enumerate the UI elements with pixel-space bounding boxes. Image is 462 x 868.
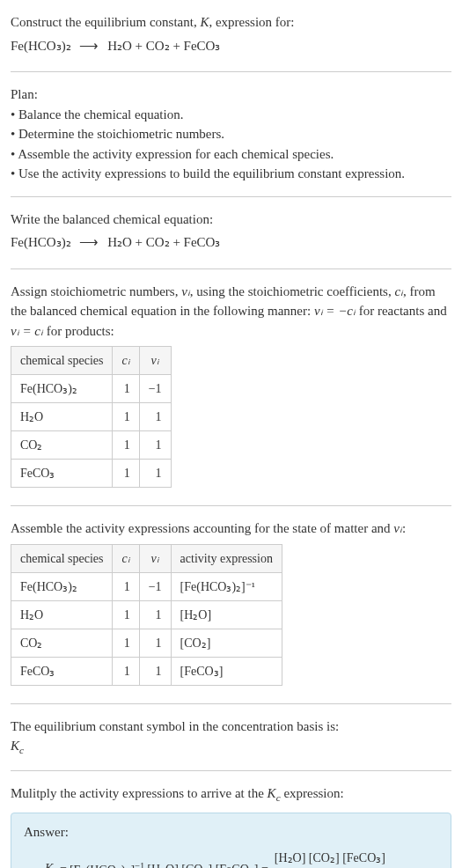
balanced-equation: Fe(HCO₃)₂ ⟶ H₂O + CO₂ + FeCO₃	[11, 232, 451, 253]
cell-nu: 1	[139, 403, 171, 431]
cell-c: 1	[113, 403, 139, 431]
cell-expr: [Fe(HCO₃)₂]⁻¹	[171, 572, 282, 600]
intro-K: K	[200, 15, 209, 29]
kc-K: K	[268, 786, 276, 800]
cell-species: CO₂	[11, 629, 113, 657]
term1: [Fe(HCO₃)₂]−1	[70, 859, 144, 868]
divider	[11, 505, 451, 506]
cell-expr: [FeCO₃]	[171, 657, 282, 685]
cell-species: Fe(HCO₃)₂	[11, 375, 113, 403]
cell-c: 1	[113, 431, 139, 460]
table-row: CO₂ 1 1 [CO₂]	[11, 629, 282, 657]
nu-i: νᵢ	[393, 521, 402, 535]
multiply-post: expression:	[281, 786, 344, 800]
stoich-mid1: , using the stoichiometric coefficients,	[190, 284, 395, 298]
activity-section: Assemble the activity expressions accoun…	[11, 513, 451, 696]
cell-nu: 1	[139, 657, 171, 685]
answer-box: Answer: Kc = [Fe(HCO₃)₂]−1 [H₂O] [CO₂] […	[11, 813, 451, 868]
cell-c: 1	[113, 600, 139, 629]
divider	[11, 71, 451, 72]
cell-species: Fe(HCO₃)₂	[11, 572, 113, 600]
multiply-section: Mulitply the activity expressions to arr…	[11, 778, 451, 868]
intro-post: , expression for:	[209, 15, 294, 29]
plan-list: Balance the chemical equation. Determine…	[11, 105, 451, 184]
term1-exp: −1	[135, 861, 144, 868]
eq-rhs: H₂O + CO₂ + FeCO₃	[107, 39, 220, 53]
divider	[11, 196, 451, 197]
multiply-text: Mulitply the activity expressions to arr…	[11, 783, 451, 805]
symbol-section: The equilibrium constant symbol in the c…	[11, 711, 451, 763]
col-ci: cᵢ	[113, 347, 139, 375]
cell-nu: 1	[139, 600, 171, 629]
col-nui: νᵢ	[139, 544, 171, 572]
eq-rhs: H₂O + CO₂ + FeCO₃	[107, 235, 220, 249]
cell-nu: 1	[139, 460, 171, 488]
activity-pre: Assemble the activity expressions accoun…	[11, 521, 393, 535]
cell-c: 1	[113, 375, 139, 403]
kc-sub: c	[19, 745, 24, 755]
eq-lhs: Fe(HCO₃)₂	[11, 39, 71, 53]
answer-expression: Kc = [Fe(HCO₃)₂]−1 [H₂O] [CO₂] [FeCO₃] =…	[24, 849, 438, 868]
symbol-text: The equilibrium constant symbol in the c…	[11, 717, 451, 737]
cell-c: 1	[113, 572, 139, 600]
arrow-icon: ⟶	[79, 232, 99, 253]
fraction: [H₂O] [CO₂] [FeCO₃] [Fe(HCO₃)₂]	[271, 849, 389, 868]
cell-nu: −1	[139, 572, 171, 600]
cell-species: FeCO₃	[11, 657, 113, 685]
divider	[11, 268, 451, 269]
cell-c: 1	[113, 657, 139, 685]
stoich-mid3: for reactants and	[356, 304, 447, 318]
c-i: cᵢ	[394, 284, 403, 298]
balanced-title: Write the balanced chemical equation:	[11, 210, 451, 230]
col-species: chemical species	[11, 544, 113, 572]
kc-symbol: Kc	[45, 859, 57, 868]
divider	[11, 703, 451, 704]
col-species: chemical species	[11, 347, 113, 375]
balanced-section: Write the balanced chemical equation: Fe…	[11, 204, 451, 261]
intro-section: Construct the equilibrium constant, K, e…	[11, 7, 451, 64]
frac-num: [H₂O] [CO₂] [FeCO₃]	[271, 849, 389, 868]
plan-title: Plan:	[11, 85, 451, 105]
cell-species: H₂O	[11, 600, 113, 629]
eq-sign: =	[60, 860, 67, 868]
stoich-post: for products:	[43, 324, 114, 338]
table-header-row: chemical species cᵢ νᵢ	[11, 347, 172, 375]
table-row: FeCO₃ 1 1	[11, 460, 172, 488]
plan-item: Balance the chemical equation.	[11, 105, 451, 125]
cell-c: 1	[113, 460, 139, 488]
kc-K: K	[11, 739, 19, 753]
intro-pre: Construct the equilibrium constant,	[11, 15, 200, 29]
rel1: νᵢ = −cᵢ	[314, 304, 356, 318]
cell-c: 1	[113, 629, 139, 657]
intro-text: Construct the equilibrium constant, K, e…	[11, 12, 451, 33]
term1-base: [Fe(HCO₃)₂]	[70, 864, 135, 868]
table-row: CO₂ 1 1	[11, 431, 172, 460]
intro-equation: Fe(HCO₃)₂ ⟶ H₂O + CO₂ + FeCO₃	[11, 36, 451, 56]
col-expr: activity expression	[171, 544, 282, 572]
plan-item: Assemble the activity expression for eac…	[11, 144, 451, 165]
table-row: Fe(HCO₃)₂ 1 −1 [Fe(HCO₃)₂]⁻¹	[11, 572, 282, 600]
kc-symbol: Kc	[11, 736, 451, 758]
stoich-table: chemical species cᵢ νᵢ Fe(HCO₃)₂ 1 −1 H₂…	[11, 346, 172, 488]
stoich-text: Assign stoichiometric numbers, νᵢ, using…	[11, 282, 451, 342]
activity-table: chemical species cᵢ νᵢ activity expressi…	[11, 544, 282, 686]
cell-species: CO₂	[11, 431, 113, 460]
arrow-icon: ⟶	[79, 36, 99, 56]
rel2: νᵢ = cᵢ	[11, 324, 43, 338]
eq-lhs: Fe(HCO₃)₂	[11, 235, 71, 249]
cell-nu: 1	[139, 629, 171, 657]
term2: [H₂O] [CO₂] [FeCO₃] =	[147, 860, 268, 868]
cell-species: H₂O	[11, 403, 113, 431]
stoich-pre: Assign stoichiometric numbers,	[11, 284, 181, 298]
activity-text: Assemble the activity expressions accoun…	[11, 519, 451, 539]
nu-i: νᵢ	[181, 284, 190, 298]
table-header-row: chemical species cᵢ νᵢ activity expressi…	[11, 544, 282, 572]
kc-K: K	[45, 862, 53, 868]
plan-item: Determine the stoichiometric numbers.	[11, 124, 451, 144]
cell-nu: 1	[139, 431, 171, 460]
col-ci: cᵢ	[113, 544, 139, 572]
col-nui: νᵢ	[139, 347, 171, 375]
cell-nu: −1	[139, 375, 171, 403]
cell-species: FeCO₃	[11, 460, 113, 488]
stoich-section: Assign stoichiometric numbers, νᵢ, using…	[11, 276, 451, 499]
